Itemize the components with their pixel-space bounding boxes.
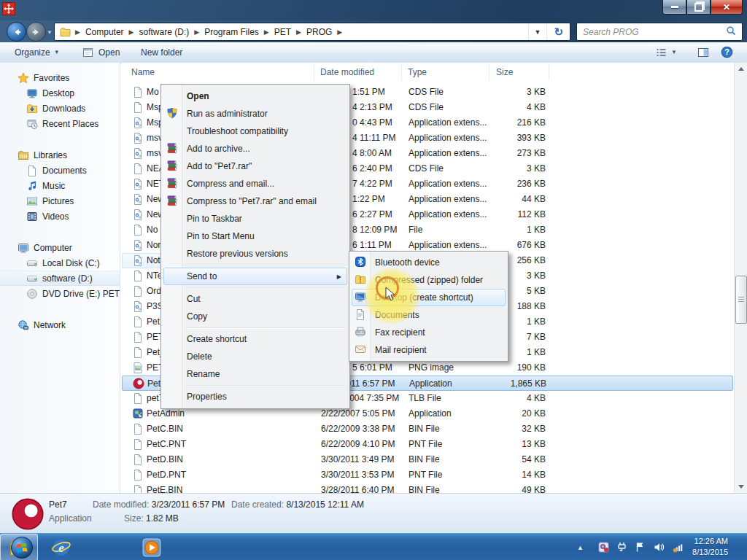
- sidebar-item-pictures[interactable]: Pictures: [0, 193, 120, 209]
- search-box[interactable]: Search PROG: [576, 23, 743, 41]
- library-icon: [18, 149, 30, 161]
- breadcrumb-separator-icon[interactable]: ▶: [260, 28, 273, 36]
- tray-clock[interactable]: 12:26 AM 8/13/2015: [692, 536, 728, 558]
- scroll-down-icon[interactable]: [735, 481, 747, 493]
- help-button[interactable]: [721, 42, 733, 62]
- sidebar-item-downloads[interactable]: Downloads: [0, 101, 120, 116]
- menu-item-restore-previous-versions[interactable]: Restore previous versions: [163, 245, 347, 262]
- breadcrumb-item[interactable]: PROG: [305, 27, 333, 37]
- menu-item-open[interactable]: Open: [163, 88, 347, 105]
- history-dropdown-icon[interactable]: ▼: [47, 29, 53, 36]
- sidebar-item-videos[interactable]: Videos: [0, 209, 120, 224]
- submenu-arrow-icon: ▶: [337, 273, 341, 280]
- menu-item-add-to-pet7-rar[interactable]: Add to "Pet7.rar": [163, 158, 347, 175]
- column-header-size[interactable]: Size: [496, 67, 513, 77]
- scrollbar-thumb[interactable]: [735, 276, 747, 324]
- back-button[interactable]: [7, 22, 26, 42]
- breadcrumb-separator-icon[interactable]: ▶: [333, 28, 346, 36]
- vertical-scrollbar[interactable]: [734, 63, 747, 493]
- menu-item-cut[interactable]: Cut: [163, 290, 347, 308]
- forward-button[interactable]: [26, 22, 46, 42]
- tray-volume-icon[interactable]: [653, 541, 665, 553]
- sendto-item-bluetooth-device[interactable]: Bluetooth device: [352, 254, 506, 271]
- open-button[interactable]: Open: [82, 42, 120, 62]
- menu-item-troubleshoot-compatibility[interactable]: Troubleshoot compatibility: [163, 122, 347, 140]
- sidebar-item-desktop[interactable]: Desktop: [0, 85, 120, 101]
- menu-item-delete[interactable]: Delete: [163, 348, 347, 365]
- menu-item-label: Send to: [187, 271, 217, 281]
- breadcrumb-item[interactable]: Program Files: [203, 27, 260, 37]
- sidebar-item-label: Documents: [42, 166, 87, 176]
- window-controls: ✕: [662, 0, 743, 14]
- sidebar-item-dvd-drive-e-pet7[interactable]: DVD Drive (E:) PET7.: [0, 286, 120, 301]
- restore-button[interactable]: [686, 0, 711, 15]
- views-button[interactable]: ▼: [655, 42, 677, 62]
- minimize-button[interactable]: [662, 0, 686, 15]
- taskbar-wmp-icon[interactable]: [140, 536, 163, 559]
- sidebar-item-computer[interactable]: Computer: [0, 240, 120, 255]
- file-size: 236 KB: [481, 179, 546, 189]
- sidebar-item-label: Videos: [42, 211, 69, 222]
- menu-item-run-as-administrator[interactable]: Run as administrator: [163, 105, 347, 122]
- search-icon[interactable]: [726, 26, 742, 39]
- breadcrumb-separator-icon[interactable]: ▶: [71, 28, 84, 36]
- menu-item-properties[interactable]: Properties: [163, 388, 347, 405]
- sidebar-item-software-d[interactable]: software (D:): [0, 271, 120, 286]
- file-name: Ord: [147, 286, 161, 296]
- sidebar-item-recent-places[interactable]: Recent Places: [0, 116, 120, 131]
- sidebar-item-music[interactable]: Music: [0, 178, 120, 193]
- menu-item-compress-to-pet7-rar-and-email[interactable]: Compress to "Pet7.rar" and email: [163, 192, 347, 210]
- scroll-up-icon[interactable]: [735, 63, 747, 75]
- breadcrumb-separator-icon[interactable]: ▶: [125, 28, 138, 36]
- sidebar-item-libraries[interactable]: Libraries: [0, 147, 120, 163]
- tray-network-icon[interactable]: [672, 541, 684, 553]
- tray-app-icon[interactable]: [597, 541, 610, 553]
- menu-item-pin-to-start-menu[interactable]: Pin to Start Menu: [163, 228, 347, 245]
- menu-item-copy[interactable]: Copy: [163, 308, 347, 325]
- column-header-date[interactable]: Date modified: [320, 67, 374, 77]
- sidebar-item-label: Favorites: [34, 73, 69, 83]
- file-row[interactable]: PetE.BIN3/28/2011 6:40 PMBIN File49 KB: [122, 483, 733, 493]
- breadcrumb-item[interactable]: Computer: [84, 27, 125, 37]
- tray-chevron-icon[interactable]: ▲: [577, 544, 589, 556]
- sidebar-item-favorites[interactable]: Favorites: [0, 70, 120, 85]
- address-dropdown-icon[interactable]: ▼: [528, 23, 547, 40]
- refresh-icon[interactable]: ↻: [546, 23, 570, 40]
- preview-pane-button[interactable]: [697, 42, 710, 62]
- breadcrumb-separator-icon[interactable]: ▶: [293, 28, 305, 36]
- tray-power-icon[interactable]: [616, 541, 628, 553]
- breadcrumb-item[interactable]: software (D:): [138, 27, 191, 37]
- menu-item-label: Add to archive...: [187, 144, 250, 154]
- close-button[interactable]: ✕: [711, 0, 743, 15]
- address-bar[interactable]: ▶Computer▶software (D:)▶Program Files▶PE…: [54, 23, 570, 41]
- menu-item-compress-and-email[interactable]: Compress and email...: [163, 175, 347, 192]
- new-folder-button[interactable]: New folder: [141, 42, 182, 62]
- menu-item-create-shortcut[interactable]: Create shortcut: [163, 330, 347, 348]
- sidebar-item-label: DVD Drive (E:) PET7.: [42, 289, 120, 299]
- menu-item-pin-to-taskbar[interactable]: Pin to Taskbar: [163, 210, 347, 228]
- open-label: Open: [98, 47, 120, 58]
- menu-item-rename[interactable]: Rename: [163, 365, 347, 383]
- file-row[interactable]: PetC.BIN6/22/2009 3:38 PMBIN File32 KB: [122, 421, 733, 437]
- organize-button[interactable]: Organize▼: [15, 42, 60, 62]
- breadcrumb-item[interactable]: PET: [273, 27, 293, 37]
- menu-item-send-to[interactable]: Send to▶: [163, 268, 347, 285]
- sendto-item-mail-recipient[interactable]: Mail recipient: [352, 341, 506, 359]
- tray-action-center-icon[interactable]: [634, 541, 646, 553]
- column-header-name[interactable]: Name: [131, 67, 155, 77]
- sidebar-item-network[interactable]: Network: [0, 317, 120, 332]
- breadcrumb-separator-icon[interactable]: ▶: [190, 28, 203, 36]
- start-button[interactable]: [10, 536, 34, 559]
- sendto-item-fax-recipient[interactable]: Fax recipient: [352, 324, 506, 341]
- taskbar-ie-icon[interactable]: [50, 536, 73, 559]
- breadcrumb: ▶Computer▶software (D:)▶Program Files▶PE…: [71, 27, 346, 37]
- column-header-type[interactable]: Type: [408, 67, 427, 77]
- screen: ✕ ▼ ▶Computer▶software (D:)▶Program File…: [0, 0, 747, 560]
- menu-item-add-to-archive[interactable]: Add to archive...: [163, 140, 347, 158]
- file-row[interactable]: PetD.BIN3/30/2011 3:49 PMBIN File54 KB: [122, 452, 733, 467]
- file-row[interactable]: PetC.PNT6/22/2009 4:10 PMPNT File13 KB: [122, 437, 733, 452]
- sidebar-item-local-disk-c[interactable]: Local Disk (C:): [0, 255, 120, 271]
- page-icon: [132, 224, 144, 236]
- sidebar-item-documents[interactable]: Documents: [0, 163, 120, 178]
- file-row[interactable]: PetD.PNT3/30/2011 3:53 PMPNT File14 KB: [122, 467, 733, 483]
